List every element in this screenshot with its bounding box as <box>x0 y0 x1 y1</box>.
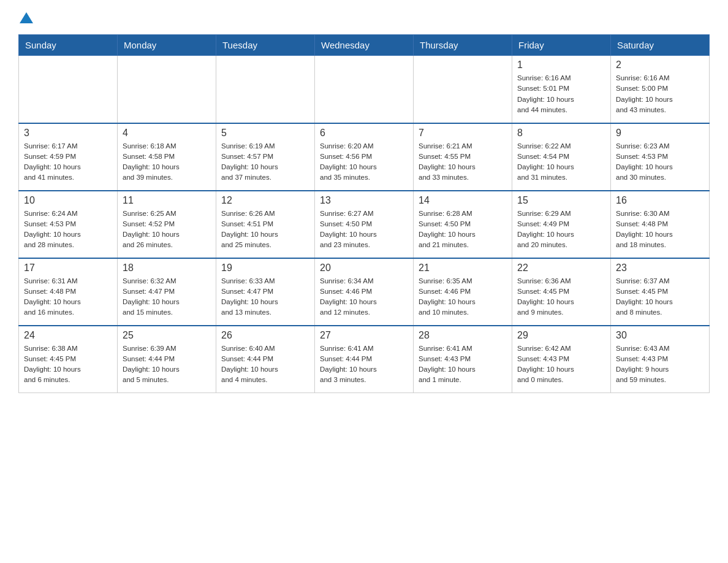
day-number: 26 <box>221 330 309 341</box>
calendar-cell: 23Sunrise: 6:37 AM Sunset: 4:45 PM Dayli… <box>611 258 710 326</box>
day-number: 10 <box>24 195 112 206</box>
day-info: Sunrise: 6:34 AM Sunset: 4:46 PM Dayligh… <box>320 276 408 318</box>
svg-marker-0 <box>20 12 33 23</box>
calendar-week-row: 10Sunrise: 6:24 AM Sunset: 4:53 PM Dayli… <box>19 191 710 258</box>
day-info: Sunrise: 6:16 AM Sunset: 5:01 PM Dayligh… <box>517 73 605 115</box>
calendar-cell: 29Sunrise: 6:42 AM Sunset: 4:43 PM Dayli… <box>512 326 611 393</box>
calendar-cell: 7Sunrise: 6:21 AM Sunset: 4:55 PM Daylig… <box>414 123 512 191</box>
calendar-cell: 14Sunrise: 6:28 AM Sunset: 4:50 PM Dayli… <box>414 191 512 258</box>
day-info: Sunrise: 6:30 AM Sunset: 4:48 PM Dayligh… <box>616 209 704 251</box>
day-number: 14 <box>419 195 507 206</box>
day-info: Sunrise: 6:27 AM Sunset: 4:50 PM Dayligh… <box>320 209 408 251</box>
day-number: 8 <box>517 128 605 139</box>
day-number: 15 <box>517 195 605 206</box>
calendar-cell: 3Sunrise: 6:17 AM Sunset: 4:59 PM Daylig… <box>19 123 118 191</box>
day-info: Sunrise: 6:25 AM Sunset: 4:52 PM Dayligh… <box>123 209 211 251</box>
day-info: Sunrise: 6:41 AM Sunset: 4:43 PM Dayligh… <box>419 343 507 386</box>
calendar-cell <box>216 56 315 123</box>
weekday-header-saturday: Saturday <box>611 35 710 56</box>
day-info: Sunrise: 6:18 AM Sunset: 4:58 PM Dayligh… <box>123 141 211 183</box>
day-number: 23 <box>616 262 704 274</box>
day-info: Sunrise: 6:31 AM Sunset: 4:48 PM Dayligh… <box>24 276 112 318</box>
calendar-cell: 4Sunrise: 6:18 AM Sunset: 4:58 PM Daylig… <box>118 123 216 191</box>
day-number: 25 <box>123 330 211 341</box>
calendar-cell <box>19 56 118 123</box>
logo <box>18 12 33 22</box>
calendar-cell: 9Sunrise: 6:23 AM Sunset: 4:53 PM Daylig… <box>611 123 710 191</box>
calendar-cell: 22Sunrise: 6:36 AM Sunset: 4:45 PM Dayli… <box>512 258 611 326</box>
day-number: 27 <box>320 330 408 341</box>
day-info: Sunrise: 6:17 AM Sunset: 4:59 PM Dayligh… <box>24 141 112 183</box>
calendar-cell: 10Sunrise: 6:24 AM Sunset: 4:53 PM Dayli… <box>19 191 118 258</box>
day-info: Sunrise: 6:39 AM Sunset: 4:44 PM Dayligh… <box>123 343 211 386</box>
calendar-cell: 6Sunrise: 6:20 AM Sunset: 4:56 PM Daylig… <box>315 123 414 191</box>
calendar-cell: 21Sunrise: 6:35 AM Sunset: 4:46 PM Dayli… <box>414 258 512 326</box>
day-number: 4 <box>123 128 211 139</box>
weekday-header-sunday: Sunday <box>19 35 118 56</box>
weekday-header-tuesday: Tuesday <box>216 35 315 56</box>
day-number: 30 <box>616 330 704 341</box>
day-number: 3 <box>24 128 112 139</box>
calendar-cell: 5Sunrise: 6:19 AM Sunset: 4:57 PM Daylig… <box>216 123 315 191</box>
day-info: Sunrise: 6:20 AM Sunset: 4:56 PM Dayligh… <box>320 141 408 183</box>
calendar-cell: 13Sunrise: 6:27 AM Sunset: 4:50 PM Dayli… <box>315 191 414 258</box>
logo-triangle-icon <box>20 11 33 25</box>
calendar-cell: 20Sunrise: 6:34 AM Sunset: 4:46 PM Dayli… <box>315 258 414 326</box>
day-number: 24 <box>24 330 112 341</box>
calendar-cell: 17Sunrise: 6:31 AM Sunset: 4:48 PM Dayli… <box>19 258 118 326</box>
day-info: Sunrise: 6:23 AM Sunset: 4:53 PM Dayligh… <box>616 141 704 183</box>
weekday-header-wednesday: Wednesday <box>315 35 414 56</box>
day-info: Sunrise: 6:42 AM Sunset: 4:43 PM Dayligh… <box>517 343 605 386</box>
day-number: 19 <box>221 262 309 274</box>
day-number: 16 <box>616 195 704 206</box>
calendar-cell: 26Sunrise: 6:40 AM Sunset: 4:44 PM Dayli… <box>216 326 315 393</box>
day-number: 17 <box>24 262 112 274</box>
calendar-cell: 25Sunrise: 6:39 AM Sunset: 4:44 PM Dayli… <box>118 326 216 393</box>
day-number: 9 <box>616 128 704 139</box>
weekday-header-row: SundayMondayTuesdayWednesdayThursdayFrid… <box>19 35 710 56</box>
day-info: Sunrise: 6:38 AM Sunset: 4:45 PM Dayligh… <box>24 343 112 386</box>
day-info: Sunrise: 6:19 AM Sunset: 4:57 PM Dayligh… <box>221 141 309 183</box>
calendar-cell: 24Sunrise: 6:38 AM Sunset: 4:45 PM Dayli… <box>19 326 118 393</box>
day-info: Sunrise: 6:21 AM Sunset: 4:55 PM Dayligh… <box>419 141 507 183</box>
day-info: Sunrise: 6:36 AM Sunset: 4:45 PM Dayligh… <box>517 276 605 318</box>
calendar-cell: 8Sunrise: 6:22 AM Sunset: 4:54 PM Daylig… <box>512 123 611 191</box>
calendar-cell <box>118 56 216 123</box>
day-info: Sunrise: 6:41 AM Sunset: 4:44 PM Dayligh… <box>320 343 408 386</box>
day-number: 1 <box>517 59 605 71</box>
weekday-header-friday: Friday <box>512 35 611 56</box>
day-info: Sunrise: 6:32 AM Sunset: 4:47 PM Dayligh… <box>123 276 211 318</box>
calendar-week-row: 3Sunrise: 6:17 AM Sunset: 4:59 PM Daylig… <box>19 123 710 191</box>
calendar-cell: 27Sunrise: 6:41 AM Sunset: 4:44 PM Dayli… <box>315 326 414 393</box>
day-info: Sunrise: 6:40 AM Sunset: 4:44 PM Dayligh… <box>221 343 309 386</box>
day-info: Sunrise: 6:43 AM Sunset: 4:43 PM Dayligh… <box>616 343 704 386</box>
calendar-cell: 12Sunrise: 6:26 AM Sunset: 4:51 PM Dayli… <box>216 191 315 258</box>
calendar-cell <box>414 56 512 123</box>
calendar-cell <box>315 56 414 123</box>
weekday-header-monday: Monday <box>118 35 216 56</box>
day-number: 6 <box>320 128 408 139</box>
calendar-week-row: 17Sunrise: 6:31 AM Sunset: 4:48 PM Dayli… <box>19 258 710 326</box>
day-info: Sunrise: 6:26 AM Sunset: 4:51 PM Dayligh… <box>221 209 309 251</box>
page-header <box>18 12 710 22</box>
day-number: 21 <box>419 262 507 274</box>
calendar-table: SundayMondayTuesdayWednesdayThursdayFrid… <box>18 34 710 393</box>
calendar-cell: 15Sunrise: 6:29 AM Sunset: 4:49 PM Dayli… <box>512 191 611 258</box>
calendar-week-row: 1Sunrise: 6:16 AM Sunset: 5:01 PM Daylig… <box>19 56 710 123</box>
calendar-cell: 18Sunrise: 6:32 AM Sunset: 4:47 PM Dayli… <box>118 258 216 326</box>
day-number: 29 <box>517 330 605 341</box>
day-info: Sunrise: 6:28 AM Sunset: 4:50 PM Dayligh… <box>419 209 507 251</box>
day-number: 11 <box>123 195 211 206</box>
day-number: 13 <box>320 195 408 206</box>
day-info: Sunrise: 6:33 AM Sunset: 4:47 PM Dayligh… <box>221 276 309 318</box>
day-info: Sunrise: 6:16 AM Sunset: 5:00 PM Dayligh… <box>616 73 704 115</box>
calendar-cell: 1Sunrise: 6:16 AM Sunset: 5:01 PM Daylig… <box>512 56 611 123</box>
calendar-cell: 16Sunrise: 6:30 AM Sunset: 4:48 PM Dayli… <box>611 191 710 258</box>
day-info: Sunrise: 6:24 AM Sunset: 4:53 PM Dayligh… <box>24 209 112 251</box>
calendar-cell: 11Sunrise: 6:25 AM Sunset: 4:52 PM Dayli… <box>118 191 216 258</box>
day-info: Sunrise: 6:22 AM Sunset: 4:54 PM Dayligh… <box>517 141 605 183</box>
day-number: 22 <box>517 262 605 274</box>
day-number: 20 <box>320 262 408 274</box>
day-number: 5 <box>221 128 309 139</box>
calendar-cell: 19Sunrise: 6:33 AM Sunset: 4:47 PM Dayli… <box>216 258 315 326</box>
